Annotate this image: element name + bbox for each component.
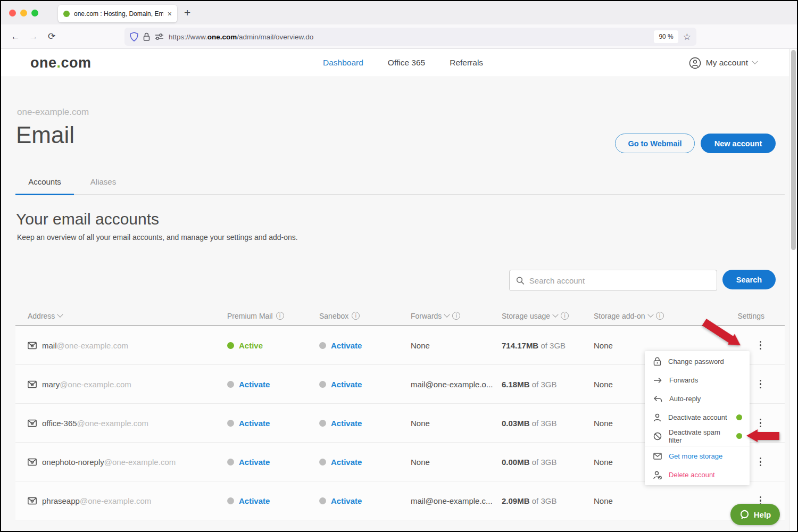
envelope-icon [653,453,662,460]
storage-used: 6.18MB [502,380,530,389]
storage-used: 714.17MB [502,341,538,350]
tracking-protection-shield-icon[interactable] [130,32,138,41]
col-storage-addon[interactable]: Storage add-on [594,312,645,320]
my-account-menu[interactable]: My account [689,57,757,69]
reload-icon[interactable]: ⟳ [43,31,61,42]
row-settings-context-menu: Change password Forwards Auto-reply Deac… [645,351,750,485]
sort-chevron-icon[interactable] [57,311,63,317]
forward-icon[interactable]: → [24,31,43,42]
search-input[interactable] [529,276,710,285]
browser-tab-bar: one.com : Hosting, Domain, Ema × + [1,1,797,24]
menu-item-forwards[interactable]: Forwards [645,371,750,389]
go-to-webmail-button[interactable]: Go to Webmail [615,134,695,153]
one-com-logo[interactable]: one.com [30,55,92,71]
sort-chevron-icon[interactable] [552,311,558,317]
url-text[interactable]: https://www.one.com/admin/mail/overview.… [169,33,649,41]
page-zoom-indicator[interactable]: 90 % [654,30,678,43]
addon-value: None [594,496,674,505]
sort-chevron-icon[interactable] [444,311,450,317]
browser-tab[interactable]: one.com : Hosting, Domain, Ema × [58,5,177,22]
forwards-value: None [411,458,502,467]
nav-dashboard[interactable]: Dashboard [323,58,363,68]
col-storage-usage[interactable]: Storage usage [502,312,550,320]
sort-chevron-icon[interactable] [647,311,653,317]
menu-item-delete-account[interactable]: Delete account [645,466,750,484]
browser-window: one.com : Hosting, Domain, Ema × + ← → ⟳… [0,0,798,532]
status-dot-inactive [227,497,234,504]
info-icon[interactable]: i [276,312,284,320]
lock-icon [653,357,661,366]
help-button[interactable]: Help [730,504,780,525]
tab-accounts[interactable]: Accounts [15,177,74,195]
sanebox-activate-link[interactable]: Activate [331,380,362,389]
forwards-value: None [411,419,502,428]
url-bar[interactable]: https://www.one.com/admin/mail/overview.… [124,28,696,46]
status-dot-inactive [319,459,326,466]
page-scrollbar[interactable] [789,49,797,532]
sanebox-activate-link[interactable]: Activate [331,458,362,467]
premium-activate-link[interactable]: Activate [239,419,270,428]
menu-item-auto-reply[interactable]: Auto-reply [645,389,750,408]
status-dot-inactive [319,381,326,388]
back-icon[interactable]: ← [6,31,24,42]
help-label: Help [754,510,771,519]
status-dot-active [736,414,742,420]
menu-item-deactivate-spam-filter[interactable]: Deactivate spam filter [645,427,750,445]
menu-item-deactivate-account[interactable]: Deactivate account [645,408,750,427]
info-icon[interactable]: i [656,312,664,320]
mail-icon [28,458,37,466]
sanebox-activate-link[interactable]: Activate [331,496,362,505]
bookmark-star-icon[interactable]: ☆ [683,31,691,43]
row-settings-kebab-icon[interactable] [758,339,764,352]
row-settings-kebab-icon[interactable] [758,455,764,469]
sanebox-activate-link[interactable]: Activate [331,419,362,428]
menu-item-get-more-storage[interactable]: Get more storage [645,447,750,466]
search-button[interactable]: Search [722,270,776,289]
new-account-button[interactable]: New account [701,134,776,153]
email-address: mail [42,341,57,350]
lock-icon[interactable] [143,32,150,41]
table-row: phraseapp@one-example.com Activate Activ… [15,481,785,520]
scrollbar-thumb[interactable] [791,50,796,250]
tab-aliases[interactable]: Aliases [74,177,132,194]
table-header-row: Address Premium Maili Saneboxi Forwardsi… [15,306,785,326]
chat-bubble-icon [739,510,750,519]
minimize-window-button[interactable] [20,10,27,16]
col-address[interactable]: Address [28,312,55,320]
arrow-right-icon [653,377,662,384]
site-header: one.com Dashboard Office 365 Referrals M… [1,49,790,77]
premium-activate-link[interactable]: Activate [239,380,270,389]
zoom-window-button[interactable] [31,10,38,16]
main-navigation: Dashboard Office 365 Referrals [323,58,483,68]
col-premium-mail: Premium Mail [227,312,273,320]
nav-referrals[interactable]: Referrals [450,58,483,68]
premium-activate-link[interactable]: Activate [239,458,270,467]
tab-title: one.com : Hosting, Domain, Ema [74,10,163,18]
tab-close-icon[interactable]: × [168,10,172,18]
info-icon[interactable]: i [561,312,569,320]
email-address: phraseapp [42,496,80,505]
macos-window-controls[interactable] [9,10,38,16]
row-settings-kebab-icon[interactable] [758,378,764,391]
info-icon[interactable]: i [352,312,360,320]
col-settings: Settings [737,312,764,320]
new-tab-button[interactable]: + [184,6,190,19]
my-account-label: My account [706,58,748,68]
person-icon [653,413,661,422]
row-settings-kebab-icon[interactable] [758,417,764,430]
permissions-icon[interactable] [155,34,164,40]
forwards-value: None [411,341,502,350]
col-sanebox: Sanebox [319,312,348,320]
info-icon[interactable]: i [452,312,460,320]
search-box[interactable] [509,270,717,291]
menu-item-change-password[interactable]: Change password [645,352,750,371]
sanebox-activate-link[interactable]: Activate [331,341,362,350]
premium-activate-link[interactable]: Activate [239,496,270,505]
col-forwards[interactable]: Forwards [411,312,442,320]
close-window-button[interactable] [9,10,16,16]
ban-icon [653,432,662,440]
section-title: Your email accounts [16,210,159,228]
browser-toolbar: ← → ⟳ https://www.one.com/admin/mail/ove… [1,24,797,49]
nav-office-365[interactable]: Office 365 [388,58,425,68]
email-address: mary [42,380,60,389]
